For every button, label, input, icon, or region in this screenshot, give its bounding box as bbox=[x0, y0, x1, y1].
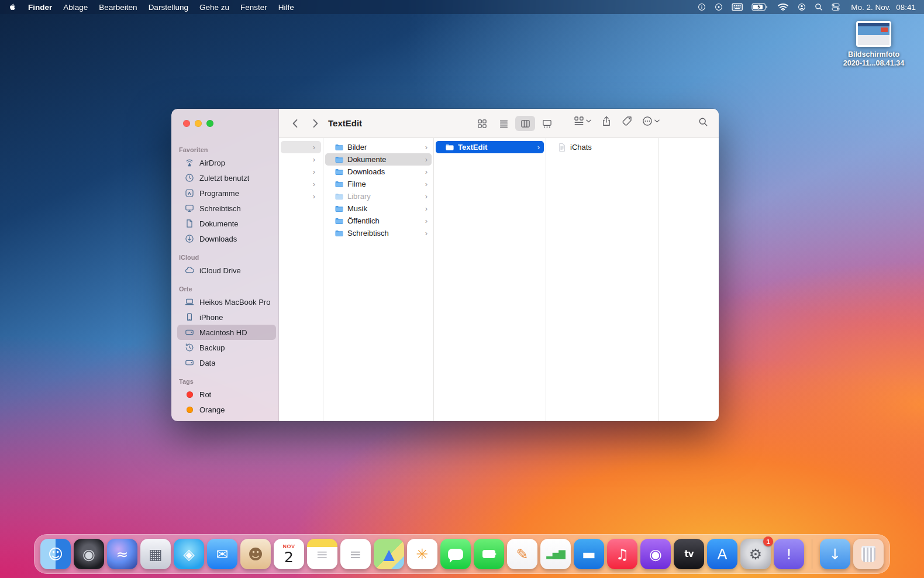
desktop-icon bbox=[184, 204, 195, 213]
sidebar-item-icloud-drive[interactable]: iCloud Drive bbox=[177, 263, 276, 278]
app-glyph: ▂▅▇ bbox=[546, 550, 565, 559]
file-row[interactable]: › bbox=[281, 178, 321, 190]
dock-item-keynote[interactable]: ▬ bbox=[574, 539, 604, 569]
dock-item-contacts[interactable]: ☻ bbox=[240, 539, 271, 569]
control-center-icon[interactable] bbox=[832, 3, 840, 11]
sidebar-section-title: iCloud bbox=[179, 254, 278, 261]
dock-item-trash[interactable] bbox=[853, 539, 884, 569]
finder-window: FavoritenAirDropZuletzt benutztAProgramm… bbox=[171, 109, 719, 421]
sidebar-item-programme[interactable]: AProgramme bbox=[177, 185, 276, 201]
menubar-menu-ablage[interactable]: Ablage bbox=[63, 3, 88, 12]
file-row-filme[interactable]: Filme› bbox=[325, 178, 432, 190]
sidebar-item-gelb[interactable]: Gelb bbox=[177, 417, 276, 421]
sidebar-item-backup[interactable]: Backup bbox=[177, 340, 276, 355]
file-row-label: iChats bbox=[570, 143, 654, 152]
sidebar-item-schreibtisch[interactable]: Schreibtisch bbox=[177, 201, 276, 216]
dock-item-finder[interactable]: ☺ bbox=[40, 539, 71, 569]
file-row[interactable]: › bbox=[281, 166, 321, 178]
input-source-icon[interactable] bbox=[732, 3, 743, 11]
forward-button[interactable] bbox=[308, 116, 322, 130]
dock-item-messages[interactable] bbox=[440, 539, 471, 569]
file-row-textedit[interactable]: TextEdit› bbox=[436, 141, 544, 153]
sidebar-item-rot[interactable]: Rot bbox=[177, 387, 276, 402]
dock-item-mail[interactable]: ✉ bbox=[207, 539, 237, 569]
dock-item-photos[interactable]: ✳ bbox=[407, 539, 437, 569]
sidebar-item-airdrop[interactable]: AirDrop bbox=[177, 155, 276, 170]
file-row-label: Schreibtisch bbox=[347, 229, 422, 238]
chevron-right-icon: › bbox=[537, 143, 541, 151]
finder-toolbar: TextEdit bbox=[279, 109, 719, 138]
close-button[interactable] bbox=[183, 120, 190, 127]
menubar-menu-hilfe[interactable]: Hilfe bbox=[278, 3, 294, 12]
sidebar-item-orange[interactable]: Orange bbox=[177, 402, 276, 417]
file-row[interactable]: › bbox=[281, 153, 321, 166]
dock-item-maps[interactable]: ▲ bbox=[374, 539, 404, 569]
group-by-button[interactable] bbox=[574, 116, 591, 126]
list-view-button[interactable] bbox=[494, 116, 513, 131]
file-row-downloads[interactable]: Downloads› bbox=[325, 166, 432, 178]
tag-color-icon bbox=[184, 405, 195, 414]
menubar-clock[interactable]: Mo. 2. Nov. 08:41 bbox=[851, 3, 916, 12]
dock-item-system-preferences[interactable]: ⚙1 bbox=[740, 539, 771, 569]
dock-item-apple-tv[interactable]: tv bbox=[674, 539, 704, 569]
minimize-button[interactable] bbox=[195, 120, 202, 127]
file-row-offentlich[interactable]: Öffentlich› bbox=[325, 215, 432, 227]
share-button[interactable] bbox=[601, 116, 612, 126]
desktop-screenshot-file[interactable]: Bildschirmfoto 2020-11...08.41.34 bbox=[835, 21, 912, 68]
dock-item-feedback-assistant[interactable]: ! bbox=[774, 539, 804, 569]
sidebar-item-dokumente[interactable]: Dokumente bbox=[177, 216, 276, 231]
dock-item-safari[interactable]: ◈ bbox=[174, 539, 204, 569]
dock-item-pages[interactable]: ✎ bbox=[507, 539, 537, 569]
dock-item-calendar[interactable]: NOV2 bbox=[274, 539, 304, 569]
screenshot-label: Bildschirmfoto 2020-11...08.41.34 bbox=[835, 50, 912, 68]
file-row-schreibtisch[interactable]: Schreibtisch› bbox=[325, 227, 432, 239]
file-row[interactable]: › bbox=[281, 190, 321, 202]
dock-item-notes[interactable]: ≡ bbox=[307, 539, 337, 569]
menubar-menu-gehe-zu[interactable]: Gehe zu bbox=[199, 3, 229, 12]
menubar-menu-bearbeiten[interactable]: Bearbeiten bbox=[99, 3, 137, 12]
sidebar-item-macintosh-hd[interactable]: Macintosh HD bbox=[177, 325, 276, 340]
sidebar-item-data[interactable]: Data bbox=[177, 355, 276, 370]
menubar-menu-fenster[interactable]: Fenster bbox=[240, 3, 267, 12]
more-actions-button[interactable] bbox=[642, 116, 660, 126]
file-row-musik[interactable]: Musik› bbox=[325, 202, 432, 215]
dock-item-app-store[interactable]: A bbox=[707, 539, 737, 569]
disk-icon bbox=[184, 358, 195, 367]
sidebar-item-downloads[interactable]: Downloads bbox=[177, 231, 276, 246]
dock-item-music[interactable]: ♫ bbox=[607, 539, 637, 569]
dock-item-launchpad[interactable]: ▦ bbox=[140, 539, 171, 569]
spotlight-icon[interactable] bbox=[815, 3, 823, 11]
icon-view-button[interactable] bbox=[472, 116, 492, 131]
dock: ☺◉≈▦◈✉☻NOV2≡≡▲✳✎▂▅▇▬♫◉tvA⚙1!↓ bbox=[34, 534, 890, 574]
file-row-dokumente[interactable]: Dokumente› bbox=[325, 153, 432, 166]
tag-button[interactable] bbox=[622, 116, 632, 126]
back-button[interactable] bbox=[288, 116, 302, 130]
sidebar-item-iphone[interactable]: iPhone bbox=[177, 309, 276, 325]
file-row-library[interactable]: Library› bbox=[325, 190, 432, 202]
wifi-icon[interactable] bbox=[777, 3, 789, 11]
dock-item-time-machine[interactable]: ◉ bbox=[74, 539, 104, 569]
dock-item-facetime[interactable] bbox=[474, 539, 504, 569]
sidebar-item-zuletzt-benutzt[interactable]: Zuletzt benutzt bbox=[177, 170, 276, 185]
menubar-menu-darstellung[interactable]: Darstellung bbox=[149, 3, 188, 12]
file-row-bilder[interactable]: Bilder› bbox=[325, 141, 432, 153]
info-icon[interactable] bbox=[698, 3, 706, 11]
battery-icon[interactable] bbox=[751, 3, 768, 11]
search-button[interactable] bbox=[698, 117, 708, 129]
column-view-button[interactable] bbox=[515, 116, 535, 131]
folder-icon bbox=[335, 155, 344, 164]
file-row[interactable]: › bbox=[281, 141, 321, 153]
screen-mirroring-icon[interactable] bbox=[715, 3, 723, 11]
menubar-menu-finder[interactable]: Finder bbox=[28, 3, 52, 12]
file-row-ichats[interactable]: iChats bbox=[548, 141, 657, 153]
apple-menu[interactable] bbox=[8, 2, 18, 12]
zoom-button[interactable] bbox=[206, 120, 213, 127]
dock-item-reminders[interactable]: ≡ bbox=[340, 539, 371, 569]
dock-item-downloads-folder[interactable]: ↓ bbox=[820, 539, 850, 569]
dock-item-podcasts[interactable]: ◉ bbox=[640, 539, 671, 569]
dock-item-numbers[interactable]: ▂▅▇ bbox=[540, 539, 571, 569]
gallery-view-button[interactable] bbox=[537, 116, 557, 131]
dock-item-siri[interactable]: ≈ bbox=[107, 539, 137, 569]
sidebar-item-heikos-macbook-pro[interactable]: Heikos MacBook Pro bbox=[177, 294, 276, 309]
user-icon[interactable] bbox=[798, 3, 806, 11]
